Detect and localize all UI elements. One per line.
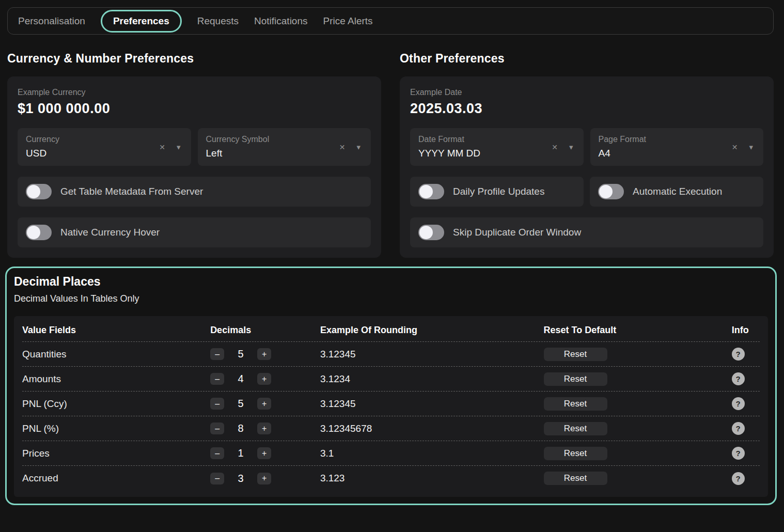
info-icon[interactable]: ?	[732, 472, 745, 485]
value-field-label: Quantities	[22, 349, 210, 360]
increment-button[interactable]: +	[257, 348, 271, 360]
daily-profile-updates-toggle[interactable]	[418, 184, 444, 199]
reset-button[interactable]: Reset	[544, 397, 607, 411]
currency-card: Example Currency $1 000 000.00 Currency …	[7, 76, 381, 258]
currency-select[interactable]: Currency USD ✕ ▾	[18, 128, 191, 166]
info-icon[interactable]: ?	[732, 447, 745, 460]
increment-button[interactable]: +	[257, 423, 271, 434]
table-row: PNL (%) – 8 + 3.12345678 Reset ?	[22, 416, 760, 441]
page-format-select-value: A4	[599, 148, 646, 159]
clear-icon[interactable]: ✕	[732, 143, 738, 151]
table-row: Quantities – 5 + 3.12345 Reset ?	[22, 342, 760, 367]
value-field-label: PNL (%)	[22, 423, 210, 434]
rounding-example: 3.1234	[320, 373, 544, 385]
rounding-example: 3.1	[320, 448, 544, 459]
rounding-example: 3.12345678	[320, 423, 544, 434]
increment-button[interactable]: +	[257, 373, 271, 385]
value-field-label: Amounts	[22, 373, 210, 385]
skip-duplicate-order-window-toggle[interactable]	[418, 225, 444, 240]
skip-duplicate-order-window-toggle-label: Skip Duplicate Order Window	[453, 227, 581, 238]
other-preferences-section: Other Preferences Example Date 2025.03.0…	[400, 52, 774, 258]
chevron-down-icon[interactable]: ▾	[569, 143, 573, 152]
decimals-stepper: – 5 +	[210, 348, 320, 360]
table-metadata-toggle-row: Get Table Metadata From Server	[18, 177, 371, 207]
table-metadata-toggle-label: Get Table Metadata From Server	[60, 186, 203, 197]
decimals-stepper: – 3 +	[210, 473, 320, 484]
decrement-button[interactable]: –	[210, 398, 224, 410]
decimals-value: 3	[229, 473, 252, 484]
chevron-down-icon[interactable]: ▾	[356, 143, 360, 152]
clear-icon[interactable]: ✕	[552, 143, 558, 151]
reset-button[interactable]: Reset	[544, 348, 607, 361]
table-row: Prices – 1 + 3.1 Reset ?	[22, 441, 760, 466]
decrement-button[interactable]: –	[210, 348, 224, 360]
toggle-knob	[419, 185, 433, 198]
decimals-value: 8	[229, 423, 252, 434]
decrement-button[interactable]: –	[210, 423, 224, 434]
increment-button[interactable]: +	[257, 447, 271, 459]
skip-duplicate-order-window-toggle-row: Skip Duplicate Order Window	[410, 217, 763, 247]
date-format-select-label: Date Format	[418, 135, 480, 144]
increment-button[interactable]: +	[257, 473, 271, 484]
tab-requests[interactable]: Requests	[197, 11, 239, 31]
date-format-select[interactable]: Date Format YYYY MM DD ✕ ▾	[410, 128, 584, 166]
page-format-select[interactable]: Page Format A4 ✕ ▾	[590, 128, 764, 166]
column-header-value-fields: Value Fields	[22, 325, 210, 336]
table-row: Accrued – 3 + 3.123 Reset ?	[22, 466, 760, 491]
rounding-example: 3.12345	[320, 398, 544, 410]
toggle-knob	[599, 185, 613, 198]
decrement-button[interactable]: –	[210, 373, 224, 385]
chevron-down-icon[interactable]: ▾	[177, 143, 181, 152]
other-section-title: Other Preferences	[400, 52, 774, 66]
decrement-button[interactable]: –	[210, 473, 224, 484]
reset-button[interactable]: Reset	[544, 447, 607, 460]
value-field-label: Accrued	[22, 473, 210, 484]
tab-notifications[interactable]: Notifications	[254, 11, 308, 31]
decimals-value: 5	[229, 348, 252, 360]
toggle-knob	[27, 226, 40, 239]
table-header-row: Value Fields Decimals Example Of Roundin…	[22, 319, 760, 342]
tab-preferences[interactable]: Preferences	[101, 10, 182, 33]
tab-personalisation[interactable]: Personalisation	[18, 11, 85, 31]
currency-symbol-select-label: Currency Symbol	[206, 135, 270, 144]
column-header-reset-to-default: Reset To Default	[544, 325, 732, 336]
automatic-execution-toggle[interactable]	[598, 184, 624, 199]
decimals-stepper: – 5 +	[210, 398, 320, 410]
date-format-select-value: YYYY MM DD	[418, 148, 480, 159]
chevron-down-icon[interactable]: ▾	[749, 143, 753, 152]
decimal-places-table: Value Fields Decimals Example Of Roundin…	[14, 316, 768, 497]
decrement-button[interactable]: –	[210, 447, 224, 459]
currency-select-value: USD	[26, 148, 59, 159]
column-header-decimals: Decimals	[210, 325, 320, 336]
decimals-stepper: – 4 +	[210, 373, 320, 385]
info-icon[interactable]: ?	[732, 372, 745, 385]
reset-button[interactable]: Reset	[544, 422, 607, 435]
table-metadata-toggle[interactable]	[26, 184, 52, 199]
decimal-places-subtitle: Decimal Values In Tables Only	[14, 293, 768, 304]
tab-price-alerts[interactable]: Price Alerts	[323, 11, 373, 31]
automatic-execution-toggle-label: Automatic Execution	[633, 186, 722, 197]
value-field-label: PNL (Ccy)	[22, 398, 210, 410]
info-icon[interactable]: ?	[732, 348, 745, 361]
currency-symbol-select[interactable]: Currency Symbol Left ✕ ▾	[198, 128, 371, 166]
decimals-stepper: – 8 +	[210, 423, 320, 434]
increment-button[interactable]: +	[257, 398, 271, 410]
clear-icon[interactable]: ✕	[159, 143, 165, 151]
clear-icon[interactable]: ✕	[339, 143, 346, 151]
table-row: Amounts – 4 + 3.1234 Reset ?	[22, 367, 760, 392]
currency-number-preferences-section: Currency & Number Preferences Example Cu…	[7, 52, 381, 258]
preferences-page: Personalisation Preferences Requests Not…	[0, 0, 784, 505]
example-currency-value: $1 000 000.00	[18, 101, 371, 117]
decimal-places-section: Decimal Places Decimal Values In Tables …	[5, 267, 777, 505]
table-row: PNL (Ccy) – 5 + 3.12345 Reset ?	[22, 392, 760, 416]
other-preferences-card: Example Date 2025.03.03 Date Format YYYY…	[400, 76, 774, 258]
info-icon[interactable]: ?	[732, 422, 745, 435]
rounding-example: 3.123	[320, 473, 544, 484]
reset-button[interactable]: Reset	[544, 372, 607, 386]
native-currency-hover-toggle[interactable]	[26, 225, 52, 240]
native-currency-hover-toggle-row: Native Currency Hover	[18, 217, 371, 247]
example-date-value: 2025.03.03	[410, 101, 763, 117]
toggle-knob	[27, 185, 40, 198]
info-icon[interactable]: ?	[732, 397, 745, 410]
reset-button[interactable]: Reset	[544, 472, 607, 485]
